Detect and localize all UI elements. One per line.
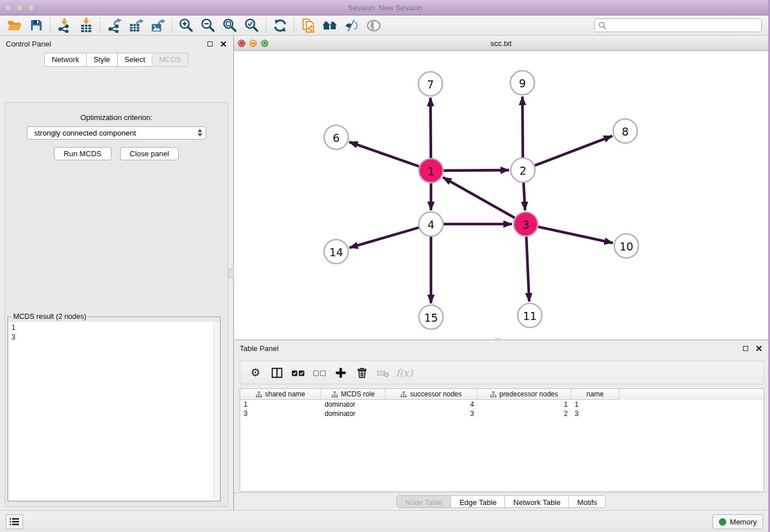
- cell-successor-nodes[interactable]: 4: [386, 400, 478, 409]
- close-panel-icon[interactable]: ✕: [220, 40, 227, 48]
- cell-name[interactable]: 3: [571, 409, 619, 418]
- tab-network-table[interactable]: Network Table: [505, 496, 569, 507]
- toolbar-separator: [294, 18, 294, 33]
- column-header-mcds-role[interactable]: MCDS role: [321, 389, 386, 400]
- zoom-out-button[interactable]: [197, 17, 219, 34]
- cell-mcds-role[interactable]: dominator: [321, 409, 386, 418]
- export-image-button[interactable]: [147, 17, 169, 34]
- table-row[interactable]: 3 dominator 3 2 3: [240, 409, 764, 418]
- open-session-button[interactable]: [3, 17, 25, 34]
- network-window-titlebar[interactable]: ✕ – + scc.txt: [234, 36, 768, 51]
- network-window-title: scc.txt: [234, 39, 768, 48]
- node-table[interactable]: shared name MCDS role successor nodes pr…: [240, 388, 764, 492]
- mcds-result-text[interactable]: 1 3: [9, 322, 220, 500]
- cell-name[interactable]: 1: [571, 400, 619, 409]
- column-header-predecessor-nodes[interactable]: predecessor nodes: [478, 389, 571, 400]
- mcds-result-scrollbar[interactable]: [213, 322, 220, 500]
- tab-node-table[interactable]: Node Table: [397, 496, 452, 507]
- graph-node-label-4: 4: [428, 218, 434, 231]
- graph-node-label-3: 3: [522, 218, 529, 231]
- select-all-button[interactable]: [287, 364, 309, 382]
- graph-edge-3-11[interactable]: [526, 237, 529, 302]
- tab-network[interactable]: Network: [44, 53, 86, 67]
- graph-node-label-11: 11: [523, 310, 537, 322]
- float-table-panel-icon[interactable]: [743, 346, 748, 351]
- network-graph: 7968124314101511: [234, 51, 768, 340]
- search-input[interactable]: [607, 20, 761, 31]
- table-panel: Table Panel ✕ ⚙: [234, 340, 768, 510]
- tab-mcds[interactable]: MCDS: [152, 53, 188, 67]
- memory-button[interactable]: Memory: [713, 514, 763, 529]
- deselect-all-icon: [313, 366, 326, 380]
- graph-node-label-9: 9: [519, 77, 526, 90]
- graph-edge-1-2[interactable]: [444, 170, 509, 171]
- select-stepper-icon: [198, 129, 202, 137]
- task-history-button[interactable]: [6, 514, 23, 529]
- graph-edge-4-14[interactable]: [349, 228, 419, 248]
- tab-motifs[interactable]: Motifs: [569, 496, 605, 507]
- export-network-icon: [107, 18, 122, 33]
- graph-edge-2-9[interactable]: [522, 97, 523, 157]
- search-box[interactable]: [594, 18, 762, 32]
- run-mcds-button[interactable]: Run MCDS: [54, 147, 111, 160]
- cell-shared-name[interactable]: 3: [240, 409, 321, 418]
- import-table-button[interactable]: [75, 17, 97, 34]
- plus-icon: [334, 366, 348, 380]
- tab-edge-table[interactable]: Edge Table: [451, 496, 505, 507]
- close-panel-button[interactable]: Close panel: [120, 147, 179, 160]
- vertical-splitter-handle[interactable]: [229, 269, 234, 278]
- graph-edge-3-1[interactable]: [443, 178, 515, 218]
- cell-mcds-role[interactable]: dominator: [321, 400, 386, 409]
- eye-slash-icon: [344, 18, 360, 33]
- tab-select[interactable]: Select: [117, 53, 152, 67]
- columns-icon: [271, 367, 283, 379]
- cell-successor-nodes[interactable]: 3: [386, 409, 478, 418]
- zoom-selected-button[interactable]: [241, 17, 263, 34]
- network-canvas[interactable]: 7968124314101511: [234, 51, 768, 340]
- zoom-in-button[interactable]: [175, 17, 197, 34]
- column-header-name[interactable]: name: [571, 389, 619, 400]
- clone-network-button[interactable]: [297, 17, 319, 34]
- close-table-panel-icon[interactable]: ✕: [755, 344, 763, 353]
- cell-predecessor-nodes[interactable]: 2: [478, 409, 571, 418]
- export-network-button[interactable]: [103, 17, 125, 34]
- graph-edge-2-8[interactable]: [535, 136, 613, 166]
- deselect-all-button[interactable]: [309, 364, 330, 382]
- trash-icon: [356, 367, 368, 379]
- column-header-successor-nodes[interactable]: successor nodes: [386, 389, 478, 400]
- export-table-button[interactable]: [125, 17, 147, 34]
- graph-node-label-8: 8: [622, 125, 629, 138]
- graph-edge-1-7[interactable]: [430, 98, 431, 158]
- refresh-button[interactable]: [269, 17, 291, 34]
- toolbar-separator: [265, 18, 266, 33]
- home-button[interactable]: [319, 17, 341, 34]
- add-column-button[interactable]: [330, 364, 351, 382]
- cell-shared-name[interactable]: 1: [240, 400, 321, 409]
- tree-icon: [490, 391, 496, 398]
- show-graphics-details-button[interactable]: [363, 17, 384, 34]
- table-panel-title: Table Panel: [240, 344, 279, 353]
- save-session-button[interactable]: [25, 17, 47, 34]
- tab-style[interactable]: Style: [86, 53, 117, 67]
- graph-edge-1-6[interactable]: [349, 142, 419, 167]
- graph-edge-2-3[interactable]: [523, 183, 525, 210]
- show-columns-button[interactable]: [266, 364, 287, 382]
- optimization-criterion-select[interactable]: strongly connected component: [27, 126, 206, 140]
- import-network-button[interactable]: [53, 17, 75, 34]
- zoom-out-icon: [201, 18, 215, 33]
- destroy-table-icon: [376, 365, 391, 380]
- delete-column-button[interactable]: [351, 364, 372, 382]
- table-settings-button[interactable]: ⚙: [245, 364, 266, 382]
- graph-edge-3-10[interactable]: [538, 227, 613, 243]
- toggle-style-button[interactable]: [341, 17, 363, 34]
- float-panel-icon[interactable]: [207, 41, 213, 47]
- zoom-fit-button[interactable]: [219, 17, 241, 34]
- cell-predecessor-nodes[interactable]: 1: [478, 400, 571, 409]
- function-builder-button[interactable]: f(x): [394, 364, 415, 382]
- node-table-header: shared name MCDS role successor nodes pr…: [240, 389, 764, 400]
- column-header-shared-name[interactable]: shared name: [240, 389, 321, 400]
- destroy-table-button[interactable]: [372, 364, 394, 382]
- clone-network-icon: [301, 18, 316, 33]
- table-row[interactable]: 1 dominator 4 1 1: [240, 400, 764, 409]
- table-panel-header: Table Panel ✕: [234, 340, 768, 356]
